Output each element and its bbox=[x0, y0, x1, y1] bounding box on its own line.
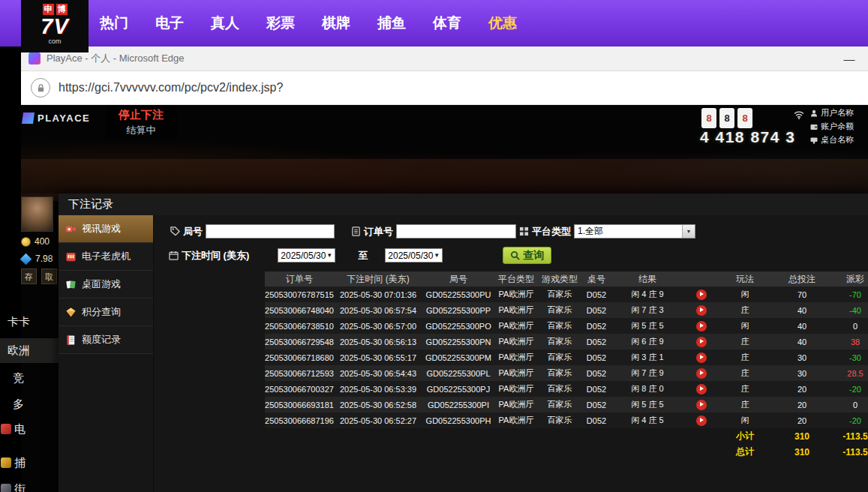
betting-records-modal: 下注记录 视讯游戏电子老虎机桌面游戏积分查询额度记录 局号 订单号 平台类型 1… bbox=[59, 194, 868, 492]
date-from-select[interactable]: 2025/05/30 ▼ bbox=[278, 248, 335, 262]
tag-icon bbox=[170, 226, 180, 236]
nav-item[interactable]: 电子 bbox=[155, 14, 184, 33]
column-header: 结果 bbox=[611, 272, 683, 286]
wifi-icon bbox=[794, 109, 804, 122]
window-title: PlayAce - 个人 - Microsoft Edge bbox=[47, 52, 185, 65]
search-icon bbox=[510, 250, 520, 260]
order-input[interactable] bbox=[396, 224, 516, 238]
round-input[interactable] bbox=[206, 224, 335, 238]
table-row: 2505300666871962025-05-30 06:52:27GD0522… bbox=[265, 412, 868, 428]
modal-title: 下注记录 bbox=[59, 194, 868, 215]
date-from-value: 2025/05/30 bbox=[281, 250, 326, 261]
notebook-icon bbox=[65, 334, 77, 346]
date-to-select[interactable]: 2025/05/30 ▼ bbox=[385, 248, 443, 262]
table-row: 2505300667385102025-05-30 06:57:00GD0522… bbox=[265, 318, 868, 334]
table-name-label: 桌台名称 bbox=[821, 134, 854, 146]
slot-icon bbox=[65, 251, 77, 262]
table-row: 2505300667480402025-05-30 06:57:54GD0522… bbox=[265, 302, 868, 318]
nav-item[interactable]: 棋牌 bbox=[322, 14, 350, 33]
table-icon bbox=[810, 136, 818, 144]
date-to-value: 2025/05/30 bbox=[388, 250, 433, 261]
replay-button[interactable] bbox=[696, 400, 707, 410]
sidebar-item[interactable]: 视讯游戏 bbox=[59, 215, 153, 243]
platform-select[interactable]: 1.全部 ▼ bbox=[574, 224, 695, 238]
nav-item[interactable]: 热门 bbox=[100, 14, 128, 33]
nav-item[interactable]: 捕鱼 bbox=[377, 14, 406, 33]
replay-button[interactable] bbox=[696, 290, 707, 300]
user-name-label: 用户名称 bbox=[821, 107, 854, 118]
search-button[interactable]: 查询 bbox=[503, 247, 551, 264]
sidebar-item-label: 积分查询 bbox=[82, 305, 121, 319]
sidebar-item[interactable]: 电子老虎机 bbox=[59, 243, 153, 271]
nav-item[interactable]: 优惠 bbox=[488, 14, 517, 33]
table-row: 2505300767875152025-05-30 07:01:36GD0522… bbox=[265, 286, 868, 302]
menu-item-fishing[interactable]: 捕 bbox=[1, 456, 26, 470]
site-info-icon[interactable] bbox=[31, 78, 50, 98]
menu-item-slots[interactable]: 电 bbox=[1, 422, 26, 436]
search-button-label: 查询 bbox=[523, 249, 544, 262]
hall-item-kaka[interactable]: 卡卡 bbox=[8, 315, 30, 329]
replay-button[interactable] bbox=[696, 368, 707, 379]
replay-button[interactable] bbox=[696, 416, 707, 426]
column-header: 平台类型 bbox=[494, 272, 538, 286]
column-header: 玩法 bbox=[719, 272, 770, 286]
replay-button[interactable] bbox=[696, 321, 707, 332]
diamond-icon bbox=[65, 307, 77, 318]
playing-card: 8 bbox=[737, 108, 752, 128]
address-bar[interactable]: https://gci.7vvvvvv.com/pc/pcv2/index.js… bbox=[21, 71, 868, 105]
user-avatar[interactable] bbox=[21, 196, 53, 232]
bet-time-label: 下注时间 (美东) bbox=[182, 249, 249, 262]
site-favicon bbox=[29, 52, 41, 64]
records-main: 局号 订单号 平台类型 1.全部 ▼ 下注时间 (美东) bbox=[154, 215, 868, 492]
playace-logo-icon bbox=[22, 112, 35, 124]
replay-button[interactable] bbox=[696, 352, 707, 363]
date-from-arrow-icon: ▼ bbox=[326, 252, 332, 259]
playace-logo-text: PLAYACE bbox=[38, 112, 90, 124]
replay-button[interactable] bbox=[696, 337, 707, 347]
account-balance-label: 账户余额 bbox=[821, 121, 854, 132]
gem-icon bbox=[20, 253, 32, 265]
playace-brand: PLAYACE bbox=[23, 112, 90, 124]
cards-group: 888 bbox=[701, 108, 752, 128]
url-text[interactable]: https://gci.7vvvvvv.com/pc/pcv2/index.js… bbox=[59, 81, 283, 94]
total-row: 总计310-113.5246.5 bbox=[265, 444, 868, 460]
sidebar-item-label: 额度记录 bbox=[82, 333, 121, 346]
round-label: 局号 bbox=[183, 225, 203, 238]
sidebar-item-label: 视讯游戏 bbox=[82, 222, 121, 236]
column-header: 派彩 bbox=[833, 272, 868, 286]
window-titlebar: PlayAce - 个人 - Microsoft Edge — bbox=[21, 46, 868, 71]
nav-item[interactable]: 体育 bbox=[433, 14, 461, 33]
withdraw-button[interactable]: 取 bbox=[41, 268, 57, 284]
hall-item-duo[interactable]: 多 bbox=[13, 398, 24, 412]
nav-item[interactable]: 彩票 bbox=[266, 14, 295, 33]
site-logo: 申 博 7V com bbox=[21, 0, 89, 52]
coin-balance: 400 bbox=[35, 236, 50, 247]
hall-item-europe[interactable]: 欧洲 bbox=[0, 338, 59, 363]
game-banner bbox=[21, 159, 868, 194]
replay-button[interactable] bbox=[696, 305, 707, 316]
table-row: 2505300667295482025-05-30 06:56:13GD0522… bbox=[265, 334, 868, 350]
subtotal-row: 小计310-113.5246.5 bbox=[265, 428, 868, 444]
sidebar-item[interactable]: 额度记录 bbox=[59, 326, 153, 354]
logo-badge-right: 博 bbox=[56, 4, 68, 15]
logo-badge-left: 申 bbox=[43, 4, 54, 15]
hall-item-jing[interactable]: 竞 bbox=[13, 371, 24, 386]
sidebar-item[interactable]: 桌面游戏 bbox=[59, 271, 153, 298]
status-settling: 结算中 bbox=[105, 124, 177, 137]
user-panel: 用户名称 账户余额 桌台名称 bbox=[810, 107, 854, 146]
sidebar-item-label: 电子老虎机 bbox=[82, 250, 131, 263]
arcade-mini-icon bbox=[1, 484, 11, 492]
sidebar-item[interactable]: 积分查询 bbox=[59, 298, 153, 326]
coin-icon bbox=[21, 237, 31, 247]
sidebar-item-label: 桌面游戏 bbox=[82, 278, 121, 291]
minimize-button[interactable]: — bbox=[836, 52, 862, 65]
calendar-icon bbox=[169, 250, 179, 260]
deposit-button[interactable]: 存 bbox=[21, 268, 37, 284]
status-stop-betting: 停止下注 bbox=[105, 108, 177, 122]
nav-item[interactable]: 真人 bbox=[211, 14, 239, 33]
platform-label: 平台类型 bbox=[532, 225, 571, 238]
column-header: 下注时间 (美东) bbox=[334, 272, 422, 286]
menu-item-arcade[interactable]: 街 bbox=[1, 482, 26, 492]
replay-button[interactable] bbox=[696, 384, 707, 394]
platform-grid-icon bbox=[519, 226, 529, 236]
